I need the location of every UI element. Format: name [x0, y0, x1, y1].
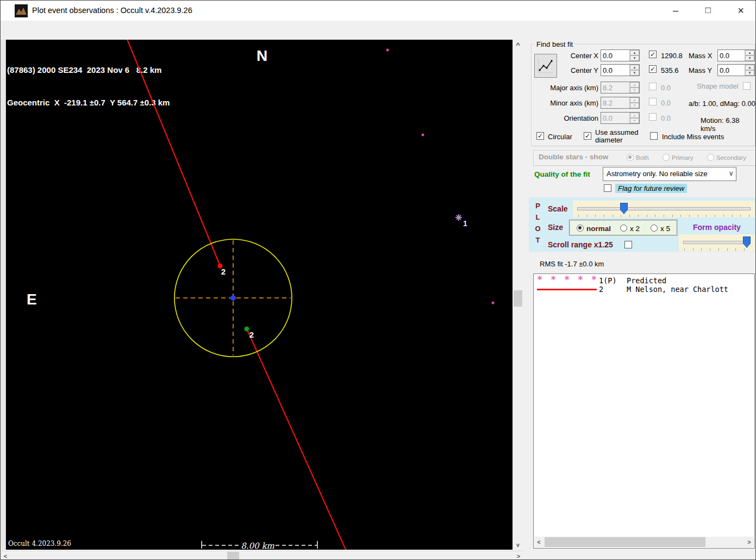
x-extent-checkbox[interactable] — [649, 51, 657, 58]
flag-review-checkbox[interactable] — [604, 184, 611, 192]
major-axis-label: Major axis (km) — [544, 84, 598, 92]
mass-x-label: Mass X — [689, 52, 712, 60]
scale-bar: 8.00 km — [202, 541, 317, 550]
list-scroll-right-icon[interactable] — [745, 537, 754, 547]
row-id: 1(P) — [599, 276, 617, 285]
row-name: M Nelson, near Charlott — [627, 285, 728, 294]
quality-combobox[interactable]: Astrometry only. No reliable size — [603, 167, 736, 181]
scroll-left-icon[interactable] — [1, 551, 10, 560]
size-normal-radio[interactable] — [577, 225, 584, 232]
scale-slider-ticks — [578, 215, 751, 217]
vertical-scroll-thumb[interactable] — [514, 290, 522, 307]
plot-letter: P — [534, 200, 542, 211]
plot-letter: O — [534, 223, 542, 234]
plot-horizontal-scrollbar[interactable] — [1, 551, 523, 560]
disappearance-label: 2 — [221, 267, 226, 276]
size-x2-radio[interactable] — [620, 225, 627, 232]
minor-axis-spinner — [629, 97, 639, 108]
major-axis-spinner — [629, 82, 639, 93]
scale-slider-thumb[interactable] — [620, 203, 628, 214]
size-x5-radio[interactable] — [651, 225, 658, 232]
mass-x-spinner[interactable] — [745, 50, 754, 61]
orientation-alt-value: 0.0 — [661, 114, 671, 122]
list-horizontal-scrollbar[interactable] — [534, 537, 754, 547]
row-id: 2 — [599, 285, 603, 294]
mass-y-field[interactable] — [717, 64, 755, 76]
center-x-input[interactable] — [601, 50, 629, 61]
assumed-diameter-checkbox[interactable] — [584, 132, 591, 140]
size-x5-label: x 5 — [660, 225, 670, 233]
predicted-dot — [386, 49, 389, 52]
mass-y-spinner[interactable] — [745, 65, 754, 76]
left-scroll-strip[interactable] — [1, 40, 6, 550]
scroll-up-icon[interactable] — [513, 40, 523, 49]
chevron-down-icon[interactable] — [728, 169, 734, 177]
major-axis-alt-value: 0.0 — [661, 84, 671, 92]
minimize-icon[interactable] — [666, 2, 685, 18]
predicted-dot — [492, 302, 495, 304]
center-y-spinner[interactable] — [629, 65, 639, 76]
row-name: Predicted — [627, 276, 666, 285]
scale-slider-track[interactable] — [577, 207, 751, 210]
center-y-label: Center Y — [560, 66, 598, 74]
menu-bar: with Plot... Plot options... Help Keep f… — [1, 21, 755, 40]
scroll-down-icon[interactable] — [513, 540, 523, 550]
center-x-label: Center X — [560, 52, 598, 60]
plot-canvas[interactable]: (87863) 2000 SE234 2023 Nov 6 8.2 km Geo… — [6, 40, 513, 550]
include-miss-label: Include Miss events — [662, 133, 724, 141]
double-secondary-radio — [707, 154, 714, 161]
mass-y-input[interactable] — [718, 65, 745, 76]
minor-axis-alt-checkbox — [649, 98, 657, 105]
scroll-range-checkbox[interactable] — [624, 241, 632, 248]
plot-vertical-scrollbar[interactable] — [513, 40, 523, 550]
major-axis-field — [601, 82, 640, 94]
chord-line-upper — [127, 40, 220, 266]
y-extent-checkbox[interactable] — [649, 65, 657, 73]
list-scroll-left-icon[interactable] — [534, 537, 543, 547]
reappearance-dot — [245, 327, 249, 332]
center-dot — [230, 295, 236, 301]
major-axis-alt-checkbox — [649, 83, 657, 90]
scroll-right-icon[interactable] — [514, 551, 523, 560]
orientation-field — [601, 112, 640, 124]
minor-axis-field — [601, 97, 640, 109]
form-opacity-thumb[interactable] — [743, 237, 751, 248]
scale-slider[interactable] — [573, 201, 755, 217]
observer-list[interactable]: 1(P) Predicted 2 M Nelson, near Charlott — [533, 273, 755, 549]
include-miss-checkbox[interactable] — [650, 132, 658, 140]
orientation-input — [601, 113, 629, 123]
flag-review-label: Flag for future review — [615, 184, 687, 193]
form-opacity-label: Form opacity — [693, 223, 741, 232]
window-title: Plot event observations : Occult v.4.202… — [32, 6, 192, 15]
form-opacity-track[interactable] — [683, 241, 751, 244]
maximize-icon[interactable] — [698, 2, 718, 18]
center-x-spinner[interactable] — [629, 50, 639, 61]
star-marker — [455, 214, 462, 221]
double-both-label: Both — [636, 154, 649, 161]
close-icon[interactable] — [731, 2, 751, 18]
center-y-field[interactable] — [601, 64, 640, 76]
circular-checkbox[interactable] — [536, 132, 544, 140]
mass-x-input[interactable] — [718, 50, 745, 61]
form-opacity-ticks — [684, 248, 751, 251]
list-scroll-thumb[interactable] — [545, 537, 705, 547]
mass-x-field[interactable] — [717, 49, 755, 61]
horizontal-scroll-thumb[interactable] — [227, 552, 239, 560]
center-x-field[interactable] — [601, 49, 640, 61]
orientation-spinner — [629, 113, 639, 123]
quality-label: Quality of the fit — [534, 170, 590, 178]
center-y-input[interactable] — [601, 65, 629, 76]
run-fit-button[interactable] — [534, 54, 557, 78]
predicted-dot — [422, 134, 424, 136]
app-window: Plot event observations : Occult v.4.202… — [0, 0, 756, 560]
orientation-alt-checkbox — [649, 113, 657, 121]
plot-letter: L — [534, 211, 542, 223]
form-opacity-slider[interactable] — [679, 234, 755, 251]
title-bar: Plot event observations : Occult v.4.202… — [1, 1, 755, 21]
assumed-diameter-label: Use assumed diameter — [595, 129, 641, 144]
scale-label: Scale — [548, 204, 568, 213]
scroll-range-label: Scroll range x1.25 — [548, 240, 613, 249]
plot-panel-letters: P L O T — [534, 200, 542, 246]
shape-model-checkbox — [743, 82, 751, 90]
plot-letter: T — [534, 234, 542, 246]
